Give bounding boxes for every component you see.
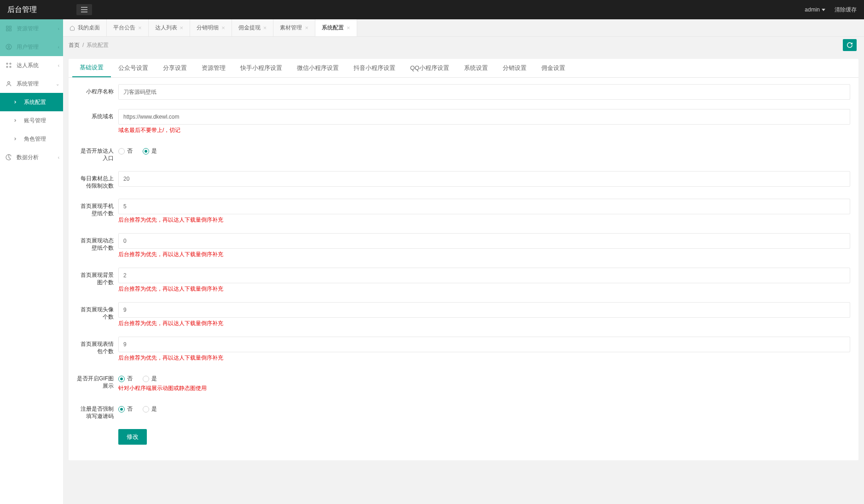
form-item-home-avatar: 首页展现头像个数 后台推荐为优先，再以达人下载量倒序补充 — [77, 302, 850, 327]
pie-icon — [6, 154, 13, 160]
tip-domain: 域名最后不要带上/，切记 — [118, 126, 850, 134]
radio-invite-option-0[interactable]: 否 — [118, 405, 133, 413]
form-item-home-bg: 首页展现背景图个数 后台推荐为优先，再以达人下载量倒序补充 — [77, 268, 850, 293]
radio-icon — [143, 376, 149, 382]
config-tab-8[interactable]: 系统设置 — [457, 59, 495, 77]
submit-button[interactable]: 修改 — [118, 429, 147, 445]
menu-toggle-button[interactable] — [76, 4, 92, 15]
label-domain: 系统域名 — [77, 109, 118, 134]
sidebar-label: 系统管理 — [17, 80, 58, 88]
tab-close-icon[interactable]: × — [305, 24, 308, 31]
input-home-emoji[interactable] — [118, 337, 850, 352]
svg-point-8 — [6, 66, 8, 68]
user-circle-icon — [6, 44, 13, 50]
sidebar-item-4[interactable]: 系统配置 — [0, 93, 63, 111]
breadcrumb-sep: / — [82, 42, 84, 48]
sidebar-item-1[interactable]: 用户管理‹ — [0, 38, 63, 56]
sidebar-label: 角色管理 — [24, 135, 58, 143]
page-tab-2[interactable]: 达人列表× — [149, 19, 191, 36]
tip-home-bg: 后台推荐为优先，再以达人下载量倒序补充 — [118, 285, 850, 293]
clear-cache-button[interactable]: 清除缓存 — [835, 6, 857, 14]
radio-open-daren-option-1[interactable]: 是 — [143, 147, 157, 155]
tip-home-dynamic: 后台推荐为优先，再以达人下载量倒序补充 — [118, 251, 850, 258]
radio-label: 是 — [151, 147, 157, 155]
tab-close-icon[interactable]: × — [221, 24, 225, 31]
chevron-icon: ‹ — [58, 26, 59, 31]
tab-close-icon[interactable]: × — [138, 24, 142, 31]
config-tab-9[interactable]: 分销设置 — [495, 59, 534, 77]
config-tab-3[interactable]: 资源管理 — [194, 59, 233, 77]
sidebar-item-6[interactable]: 角色管理 — [0, 130, 63, 148]
tab-label: 素材管理 — [280, 24, 302, 32]
form-item-home-emoji: 首页展现表情包个数 后台推荐为优先，再以达人下载量倒序补充 — [77, 337, 850, 362]
label-home-bg: 首页展现背景图个数 — [77, 268, 118, 293]
radio-gif-option-0[interactable]: 否 — [118, 375, 133, 383]
label-invite: 注册是否强制填写邀请码 — [77, 401, 118, 420]
input-home-dynamic[interactable] — [118, 233, 850, 249]
sidebar-item-7[interactable]: 数据分析‹ — [0, 148, 63, 166]
config-tab-10[interactable]: 佣金设置 — [534, 59, 573, 77]
page-tab-1[interactable]: 平台公告× — [107, 19, 149, 36]
refresh-button[interactable] — [843, 39, 857, 51]
config-tabs: 基础设置公众号设置分享设置资源管理快手小程序设置微信小程序设置抖音小程序设置QQ… — [69, 59, 858, 78]
hamburger-icon — [81, 7, 87, 12]
config-tab-5[interactable]: 微信小程序设置 — [290, 59, 346, 77]
input-home-bg[interactable] — [118, 268, 850, 283]
page-tab-0[interactable]: 我的桌面 — [63, 19, 107, 36]
config-tab-7[interactable]: QQ小程序设置 — [403, 59, 457, 77]
config-tab-6[interactable]: 抖音小程序设置 — [346, 59, 403, 77]
tip-home-avatar: 后台推荐为优先，再以达人下载量倒序补充 — [118, 320, 850, 327]
content-scroll: 基础设置公众号设置分享设置资源管理快手小程序设置微信小程序设置抖音小程序设置QQ… — [63, 53, 864, 504]
config-tab-1[interactable]: 公众号设置 — [111, 59, 156, 77]
label-home-emoji: 首页展现表情包个数 — [77, 337, 118, 362]
breadcrumb-row: 首页 / 系统配置 — [63, 37, 864, 53]
radio-invite-option-1[interactable]: 是 — [143, 405, 157, 413]
config-tab-0[interactable]: 基础设置 — [72, 59, 111, 77]
form-item-gif: 是否开启GIF图展示 否是 针对小程序端展示动图或静态图使用 — [77, 371, 850, 392]
sidebar-item-5[interactable]: 账号管理 — [0, 111, 63, 130]
config-tab-2[interactable]: 分享设置 — [156, 59, 194, 77]
config-tab-4[interactable]: 快手小程序设置 — [233, 59, 290, 77]
page-tab-6[interactable]: 系统配置× — [315, 19, 357, 36]
sidebar-label: 系统配置 — [24, 98, 58, 106]
label-gif: 是否开启GIF图展示 — [77, 371, 118, 392]
sidebar-label: 资源管理 — [17, 25, 58, 33]
radio-icon — [143, 406, 149, 412]
page-tab-3[interactable]: 分销明细× — [190, 19, 232, 36]
page-tab-4[interactable]: 佣金提现× — [232, 19, 274, 36]
input-home-avatar[interactable] — [118, 302, 850, 318]
tip-home-phone: 后台推荐为优先，再以达人下载量倒序补充 — [118, 216, 850, 224]
form-item-domain: 系统域名 域名最后不要带上/，切记 — [77, 109, 850, 134]
radio-gif-option-1[interactable]: 是 — [143, 375, 157, 383]
chevron-icon — [13, 137, 20, 141]
tab-label: 我的桌面 — [78, 24, 100, 32]
input-domain[interactable] — [118, 109, 850, 125]
tab-label: 分销明细 — [197, 24, 219, 32]
page-tabs: 我的桌面平台公告×达人列表×分销明细×佣金提现×素材管理×系统配置× — [63, 19, 864, 37]
radio-label: 否 — [127, 375, 133, 383]
page-tab-5[interactable]: 素材管理× — [273, 19, 315, 36]
breadcrumb-home[interactable]: 首页 — [69, 41, 80, 49]
input-app-name[interactable] — [118, 84, 850, 100]
tab-close-icon[interactable]: × — [180, 24, 184, 31]
label-home-phone: 首页展现手机壁纸个数 — [77, 199, 118, 224]
input-home-phone[interactable] — [118, 199, 850, 214]
radio-icon — [118, 406, 125, 412]
chevron-icon — [13, 100, 20, 104]
input-daily-upload[interactable] — [118, 171, 850, 187]
svg-rect-2 — [6, 29, 8, 31]
radio-open-daren-option-0[interactable]: 否 — [118, 147, 133, 155]
sidebar-item-2[interactable]: 达人系统‹ — [0, 56, 63, 74]
caret-down-icon — [822, 9, 825, 11]
top-header: 后台管理 admin 清除缓存 — [0, 0, 864, 19]
sidebar-item-3[interactable]: 系统管理⌄ — [0, 74, 63, 93]
tab-close-icon[interactable]: × — [347, 24, 350, 31]
radio-icon — [118, 148, 125, 155]
tab-close-icon[interactable]: × — [263, 24, 267, 31]
sidebar-item-0[interactable]: 资源管理‹ — [0, 19, 63, 38]
username-label: admin — [805, 6, 820, 13]
chevron-icon: ‹ — [58, 63, 59, 68]
svg-point-7 — [10, 63, 11, 64]
tip-gif: 针对小程序端展示动图或静态图使用 — [118, 384, 850, 392]
user-dropdown[interactable]: admin — [805, 6, 825, 13]
